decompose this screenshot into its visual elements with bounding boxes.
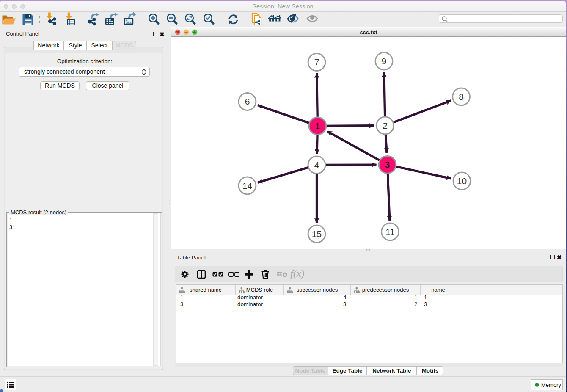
- svg-text:10: 10: [457, 176, 467, 186]
- svg-text:14: 14: [242, 181, 253, 190]
- svg-text:1: 1: [315, 121, 320, 131]
- svg-text:15: 15: [312, 229, 322, 239]
- svg-text:9: 9: [382, 56, 387, 66]
- svg-text:2: 2: [383, 121, 388, 130]
- svg-text:11: 11: [385, 227, 395, 237]
- svg-text:3: 3: [385, 160, 390, 169]
- svg-text:8: 8: [459, 92, 464, 102]
- svg-text:6: 6: [245, 97, 250, 106]
- svg-text:4: 4: [314, 160, 319, 170]
- svg-text:7: 7: [314, 57, 319, 67]
